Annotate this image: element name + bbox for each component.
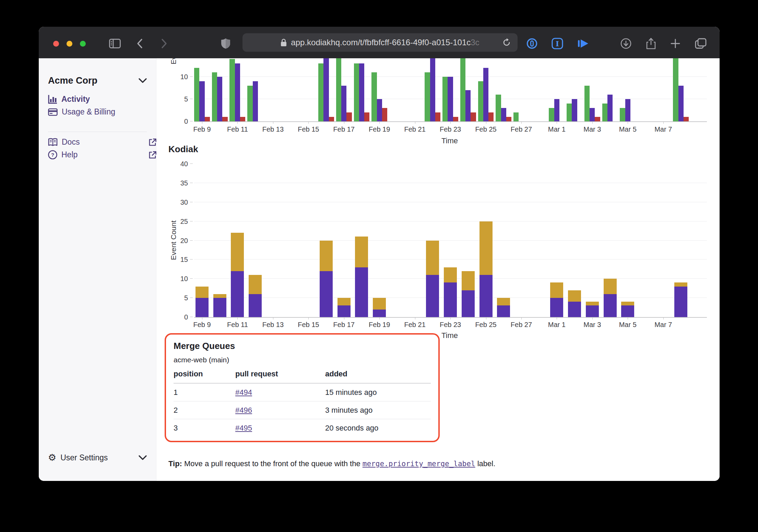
url-text-faded: 3c (471, 38, 479, 47)
activity-bar-purple (625, 99, 630, 121)
letter-i-extension-icon: I (552, 38, 563, 49)
x-axis-tick-mark (237, 317, 238, 319)
activity-bar-purple (377, 99, 382, 121)
x-axis-tick-label: Feb 13 (262, 125, 284, 133)
x-axis-tick-mark (557, 121, 557, 124)
safari-window: app.kodiakhq.com/t/fbfbfcff-6616-49f0-a0… (39, 27, 720, 481)
pull-request-link[interactable]: #496 (235, 406, 252, 414)
y-axis-tick-label: 5 (171, 95, 188, 104)
x-axis-tick-label: Mar 5 (619, 125, 637, 133)
tip-text: Tip: Move a pull request to the front of… (168, 459, 495, 468)
kodiak-bar-purple (568, 302, 581, 317)
fast-forward-icon (577, 39, 589, 48)
kodiak-bar-gold (337, 298, 351, 305)
back-button[interactable] (132, 36, 147, 51)
downloads-button[interactable] (618, 36, 633, 51)
activity-bar-red (488, 112, 494, 121)
kodiak-bar-purple (621, 305, 634, 317)
privacy-report-button[interactable] (218, 36, 233, 51)
sidebar-link-docs[interactable]: Docs (48, 137, 80, 147)
reader-extension-button[interactable]: I (550, 36, 565, 51)
share-button[interactable] (643, 36, 659, 51)
x-axis-tick-mark (379, 317, 380, 319)
reload-button[interactable] (501, 37, 512, 48)
close-window-button[interactable] (53, 41, 59, 47)
x-axis-tick-mark (663, 317, 664, 319)
user-settings-menu[interactable]: ⚙ User Settings (48, 453, 147, 462)
shield-icon (221, 38, 230, 49)
play-extension-button[interactable] (576, 36, 591, 51)
lock-icon (281, 38, 287, 47)
kodiak-bar-purple (444, 282, 457, 317)
kodiak-bar-gold (196, 287, 209, 298)
activity-bar-green (336, 58, 341, 121)
activity-bar-purple (590, 108, 595, 121)
help-circle-icon: ? (48, 150, 57, 159)
x-axis-tick-label: Feb 23 (440, 321, 461, 329)
x-axis-tick-mark (237, 121, 238, 124)
pull-request-link[interactable]: #494 (235, 388, 252, 397)
kodiak-bar-gold (604, 279, 617, 294)
x-axis-tick-mark (521, 121, 522, 124)
sidebar-item-usage-billing[interactable]: Usage & Billing (48, 107, 115, 117)
x-axis-tick-label: Feb 9 (193, 321, 211, 329)
queue-position: 3 (174, 419, 235, 437)
x-axis-tick-label: Feb 15 (298, 321, 319, 329)
y-axis-tick-mark (190, 298, 193, 298)
x-axis-tick-mark (521, 317, 522, 319)
activity-bar-red (346, 112, 352, 121)
activity-bar-red (684, 117, 689, 121)
kodiak-bar-gold (462, 271, 475, 290)
activity-bar-purple (572, 99, 577, 121)
activity-bar-purple (359, 63, 364, 121)
external-link-icon (149, 151, 157, 159)
column-header-added: added (325, 370, 431, 383)
y-axis-tick-label: 20 (171, 236, 188, 245)
sidebar-item-activity[interactable]: Activity (48, 95, 90, 104)
x-axis-tick-mark (450, 317, 451, 319)
priority-merge-label-link[interactable]: merge.priority_merge_label (363, 460, 475, 468)
kodiak-chart-title: Kodiak (168, 144, 198, 155)
chevron-down-icon (139, 455, 147, 460)
toggle-sidebar-button[interactable] (107, 36, 122, 51)
activity-bar-red (453, 117, 458, 121)
onepassword-extension-button[interactable] (524, 36, 540, 51)
x-axis-tick-mark (486, 317, 486, 319)
x-axis-tick-label: Feb 25 (475, 321, 496, 329)
table-header-row: position pull request added (174, 370, 431, 383)
x-axis-tick-label: Feb 19 (369, 125, 390, 133)
x-axis-tick-label: Mar 7 (654, 125, 672, 133)
x-axis-tick-label: Feb 27 (511, 125, 532, 133)
forward-button[interactable] (156, 36, 171, 51)
sidebar-link-label: Docs (62, 137, 80, 147)
kodiak-bar-gold (213, 294, 226, 298)
kodiak-bar-purple (479, 275, 493, 317)
pull-request-link[interactable]: #495 (235, 424, 252, 432)
x-axis-tick-mark (344, 121, 344, 124)
merge-queue-repo: acme-web (main) (174, 356, 431, 364)
tab-overview-button[interactable] (693, 36, 708, 51)
activity-bar-green (620, 108, 625, 121)
minimize-window-button[interactable] (67, 41, 72, 47)
x-axis-tick-mark (628, 121, 628, 124)
merge-queue-row: 1#49415 minutes ago (174, 383, 431, 401)
new-tab-button[interactable] (668, 36, 683, 51)
desktop: app.kodiakhq.com/t/fbfbfcff-6616-49f0-a0… (0, 0, 758, 532)
org-switcher[interactable]: Acme Corp (48, 75, 147, 86)
sidebar-link-help[interactable]: ? Help (48, 150, 78, 159)
activity-chart-y-axis-label: Event Count (169, 58, 178, 64)
merge-queue-table: position pull request added 1#49415 minu… (174, 370, 431, 437)
kodiak-bar-purple (674, 287, 687, 317)
x-axis-tick-label: Mar 1 (548, 125, 566, 133)
x-axis-tick-mark (486, 121, 486, 124)
activity-bar-red (506, 117, 511, 121)
activity-bar-green (602, 104, 607, 121)
chevron-down-icon (139, 78, 147, 83)
zoom-window-button[interactable] (80, 41, 86, 47)
x-axis-tick-label: Mar 7 (654, 321, 672, 329)
activity-bar-purple (323, 58, 329, 121)
activity-bar-red (595, 117, 600, 121)
activity-bar-green (354, 63, 359, 121)
address-bar[interactable]: app.kodiakhq.com/t/fbfbfcff-6616-49f0-a0… (242, 33, 518, 52)
activity-bar-purple (465, 90, 471, 121)
